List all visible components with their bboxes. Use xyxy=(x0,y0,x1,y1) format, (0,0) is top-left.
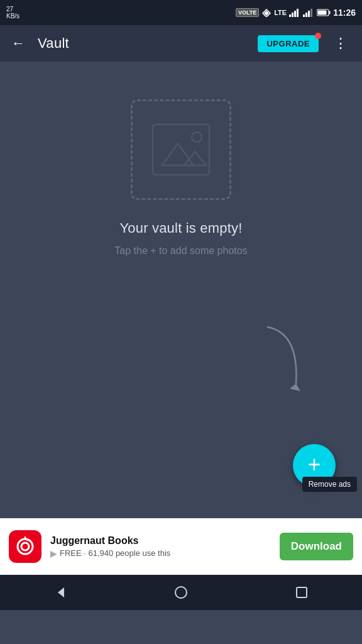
wifi-icon xyxy=(261,8,272,17)
svg-rect-6 xyxy=(303,14,305,17)
svg-rect-13 xyxy=(153,125,209,175)
recents-nav-button[interactable] xyxy=(283,580,321,605)
svg-rect-11 xyxy=(329,11,331,14)
photo-placeholder-icon xyxy=(150,121,212,178)
lte-label: LTE xyxy=(274,9,287,16)
battery-icon xyxy=(317,9,331,16)
page-title: Vault xyxy=(38,35,248,52)
svg-point-16 xyxy=(192,132,202,142)
ad-app-name: Juggernaut Books xyxy=(50,535,271,547)
remove-ads-tooltip: Remove ads xyxy=(302,477,357,492)
svg-point-19 xyxy=(21,543,29,550)
status-icons: VOLTE LTE 11:26 xyxy=(236,8,356,18)
back-nav-icon xyxy=(53,585,68,600)
recents-nav-icon xyxy=(294,585,309,600)
empty-state-title: Your vault is empty! xyxy=(119,220,242,236)
svg-rect-12 xyxy=(318,11,327,15)
play-store-icon: ▶ xyxy=(50,548,57,558)
empty-state-subtitle: Tap the + to add some photos xyxy=(114,245,247,257)
svg-marker-15 xyxy=(184,152,206,165)
svg-point-23 xyxy=(175,587,187,598)
arrow-indicator xyxy=(261,321,312,399)
volte-badge: VOLTE xyxy=(236,8,259,17)
back-button[interactable]: ← xyxy=(9,33,28,54)
signal-bars xyxy=(289,8,300,17)
svg-marker-14 xyxy=(162,143,194,165)
svg-rect-3 xyxy=(292,13,293,17)
ad-app-description: ▶ FREE · 61,940 people use this xyxy=(50,548,271,558)
plus-icon: + xyxy=(307,453,321,476)
main-content: Your vault is empty! Tap the + to add so… xyxy=(0,62,362,518)
svg-rect-7 xyxy=(305,13,307,17)
bottom-navigation xyxy=(0,575,362,610)
ad-banner: Juggernaut Books ▶ FREE · 61,940 people … xyxy=(0,518,362,575)
upgrade-button[interactable]: UPGRADE xyxy=(258,35,319,52)
time-display: 11:26 xyxy=(333,8,356,18)
svg-rect-24 xyxy=(297,587,307,597)
home-nav-icon xyxy=(173,585,189,600)
svg-rect-4 xyxy=(294,11,296,17)
svg-rect-9 xyxy=(310,9,312,17)
arrow-icon xyxy=(261,321,312,396)
upgrade-notification-dot xyxy=(315,33,321,39)
status-bar: 27 KB/s VOLTE LTE 11:26 xyxy=(0,0,362,25)
back-nav-button[interactable] xyxy=(41,580,79,605)
svg-marker-17 xyxy=(290,384,300,391)
svg-point-18 xyxy=(18,539,33,554)
signal-bars-2 xyxy=(303,8,314,17)
empty-state-illustration xyxy=(131,99,231,200)
ad-text: Juggernaut Books ▶ FREE · 61,940 people … xyxy=(50,535,271,558)
svg-marker-22 xyxy=(58,587,64,597)
svg-rect-2 xyxy=(289,14,291,17)
svg-rect-8 xyxy=(308,11,310,17)
juggernaut-logo xyxy=(14,536,36,557)
navigation-bar: ← Vault UPGRADE ⋮ xyxy=(0,25,362,62)
home-nav-button[interactable] xyxy=(162,580,200,605)
ad-app-icon xyxy=(9,530,41,563)
svg-rect-5 xyxy=(297,9,299,17)
speed-indicator: 27 KB/s xyxy=(6,6,19,19)
more-menu-button[interactable]: ⋮ xyxy=(329,33,353,54)
download-button[interactable]: Download xyxy=(280,533,353,560)
